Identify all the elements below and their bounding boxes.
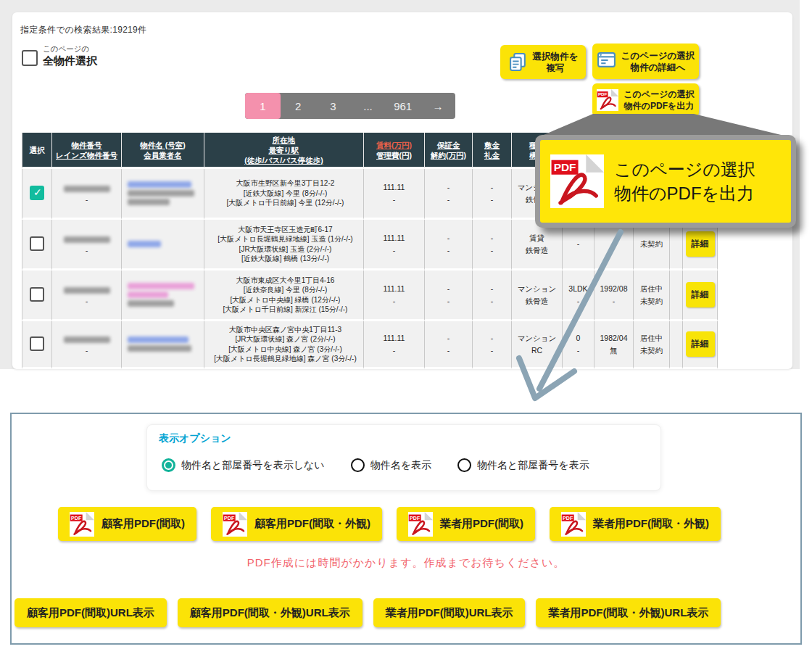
madori-cell: 0- — [563, 321, 594, 369]
radio-hide-name-and-room[interactable]: 物件名と部屋番号を表示しない — [162, 458, 325, 472]
detail-button-label-2: 物件の詳細へ — [621, 62, 695, 73]
pdf-options-panel: 表示オプション 物件名と部屋番号を表示しない 物件名を表示 物件名と部屋番号を表… — [10, 413, 802, 645]
svg-text:PDF: PDF — [410, 515, 420, 521]
pdf-wait-notice: PDF作成には時間がかかります。作成までお待ちください。 — [12, 556, 800, 570]
copy-selected-button[interactable]: 選択物件を 複写 — [500, 45, 586, 79]
customer-pdf-madori-gaikan-url-button[interactable]: 顧客用PDF(間取・外観)URL表示 — [178, 598, 362, 627]
status-cell: 居住中未契約 — [634, 270, 670, 321]
redacted-text — [64, 287, 110, 294]
pdf-export-callout: PDF このページの選択 物件のPDFを出力 — [535, 135, 796, 228]
select-all-label: 全物件選択 — [43, 54, 97, 68]
select-all-checkbox[interactable] — [22, 50, 38, 66]
pdf-button-label-1: このページの選択 — [624, 88, 694, 100]
window-list-icon — [597, 50, 616, 73]
built-cell: 1992/08- — [594, 270, 634, 321]
row-checkbox[interactable] — [30, 186, 44, 200]
svg-text:PDF: PDF — [71, 515, 82, 521]
pagination: 1 2 3 ... 961 → — [245, 93, 455, 119]
radio-show-name-and-room[interactable]: 物件名と部屋番号を表示 — [457, 458, 589, 472]
agent-pdf-madori-gaikan-url-button[interactable]: 業者用PDF(間取・外観)URL表示 — [536, 598, 721, 627]
redacted-text — [128, 199, 170, 205]
shikikin-cell: -- — [473, 321, 512, 369]
rent-cell: 111.11- — [364, 169, 425, 220]
display-options-title: 表示オプション — [159, 432, 231, 445]
pdf-icon: PDF — [561, 512, 586, 537]
deposit-cell: -- — [425, 270, 473, 321]
header-property-no: 物件番号 レインズ物件番号 — [52, 133, 122, 169]
property-no-cell: - — [52, 220, 122, 270]
radio-icon[interactable] — [162, 458, 175, 472]
agent-pdf-madori-gaikan-button[interactable]: PDF 業者用PDF(間取・外観) — [550, 507, 721, 541]
row-checkbox[interactable] — [30, 236, 44, 251]
redacted-text — [128, 336, 188, 343]
redacted-text — [128, 300, 174, 307]
redacted-text — [128, 181, 191, 188]
status-cell: 居住中未契約 — [634, 321, 670, 369]
table-row: - 大阪市東成区大今里1丁目4-16 [近鉄奈良線] 今里 (8分/-/-) [… — [22, 270, 718, 321]
pdf-icon: PDF — [550, 154, 604, 208]
callout-label-2: 物件のPDFを出力 — [614, 181, 755, 205]
header-deposit: 保証金 解約(万円) — [425, 133, 473, 169]
svg-text:PDF: PDF — [598, 91, 608, 96]
page-1[interactable]: 1 — [245, 93, 281, 119]
property-name-cell[interactable] — [122, 321, 204, 369]
detail-button[interactable]: 詳細 — [686, 282, 715, 307]
detail-button[interactable]: 詳細 — [686, 231, 715, 257]
property-no-cell: - — [52, 169, 122, 220]
property-name-cell[interactable] — [122, 169, 204, 220]
select-all-caption: このページの — [43, 44, 89, 54]
pdf-icon: PDF — [408, 512, 433, 537]
page-selection-pdf-button[interactable]: PDF このページの選択 物件のPDFを出力 — [592, 83, 699, 117]
row-checkbox[interactable] — [30, 287, 44, 302]
deposit-cell: -- — [425, 321, 473, 369]
redacted-text — [128, 345, 191, 352]
property-no-cell: - — [52, 270, 122, 321]
svg-text:PDF: PDF — [224, 515, 235, 521]
page-2[interactable]: 2 — [281, 93, 315, 119]
property-name-cell[interactable] — [122, 270, 204, 321]
blank-cell — [670, 321, 683, 369]
rent-cell: 111.11- — [364, 270, 425, 321]
header-shikikin: 敷金 礼金 — [473, 133, 512, 169]
copy-icon — [508, 52, 528, 72]
results-count-text: 指定条件での検索結果:19219件 — [20, 24, 146, 36]
customer-pdf-madori-url-button[interactable]: 顧客用PDF(間取)URL表示 — [14, 598, 167, 627]
svg-text:PDF: PDF — [563, 515, 573, 521]
agent-pdf-madori-url-button[interactable]: 業者用PDF(間取)URL表示 — [373, 598, 526, 627]
header-location: 所在地 最寄り駅 (徒歩/バス/バス停徒歩) — [204, 133, 364, 169]
customer-pdf-madori-gaikan-button[interactable]: PDF 顧客用PDF(間取・外観) — [211, 507, 382, 541]
property-no-cell: - — [52, 321, 122, 369]
display-options-box: 表示オプション 物件名と部屋番号を表示しない 物件名を表示 物件名と部屋番号を表… — [146, 424, 661, 491]
row-checkbox[interactable] — [30, 336, 44, 351]
deposit-cell: -- — [425, 220, 473, 270]
shikikin-cell: -- — [473, 169, 512, 220]
customer-pdf-madori-button[interactable]: PDF 顧客用PDF(間取) — [58, 507, 196, 541]
copy-button-label-1: 選択物件を — [533, 51, 579, 62]
address-cell: 大阪市天王寺区玉造元町6-17 [大阪メトロ長堀鶴見緑地線] 玉造 (1分/-/… — [204, 220, 364, 270]
radio-show-name[interactable]: 物件名を表示 — [351, 458, 431, 472]
shikikin-cell: -- — [473, 220, 512, 270]
page-ellipsis: ... — [350, 93, 385, 119]
page-3[interactable]: 3 — [315, 93, 350, 119]
page-last[interactable]: 961 — [386, 93, 420, 119]
pdf-button-label-2: 物件のPDFを出力 — [624, 100, 694, 112]
blank-cell — [670, 270, 683, 321]
page-selection-detail-button[interactable]: このページの選択 物件の詳細へ — [592, 44, 699, 79]
next-page-arrow[interactable]: → — [420, 93, 455, 119]
url-buttons-row: 顧客用PDF(間取)URL表示 顧客用PDF(間取・外観)URL表示 業者用PD… — [14, 598, 721, 627]
detail-button[interactable]: 詳細 — [686, 331, 715, 357]
redacted-text — [64, 186, 110, 192]
redacted-text — [128, 190, 194, 197]
agent-pdf-madori-button[interactable]: PDF 業者用PDF(間取) — [397, 507, 535, 541]
address-cell: 大阪市生野区新今里3丁目12-2 [近鉄大阪線] 今里 (8分/-/-) [大阪… — [204, 169, 364, 220]
type-cell: マンションRC — [512, 321, 563, 369]
redacted-text — [128, 283, 194, 289]
radio-icon[interactable] — [351, 458, 365, 472]
header-name: 物件名 (号室) 会員業者名 — [122, 133, 204, 169]
display-options-radios: 物件名と部屋番号を表示しない 物件名を表示 物件名と部屋番号を表示 — [162, 458, 589, 472]
rent-cell: 111.11- — [364, 321, 425, 369]
radio-icon[interactable] — [457, 458, 471, 472]
detail-cell: 詳細 — [683, 321, 718, 369]
redacted-text — [128, 241, 161, 247]
property-name-cell[interactable] — [122, 220, 204, 270]
